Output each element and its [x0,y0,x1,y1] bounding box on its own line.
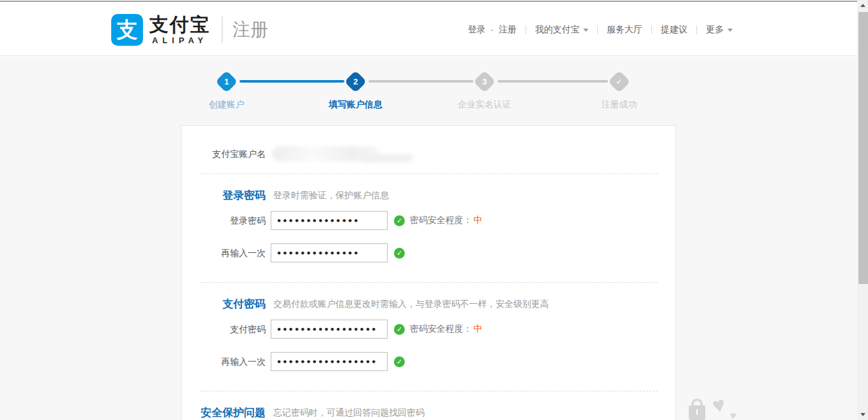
section-divider [200,391,658,391]
login-password-confirm-label: 再输入一次 [182,243,266,262]
brand-name: 支付宝 [149,15,210,34]
section-divider [200,173,658,174]
check-glyph: ✓ [397,358,402,366]
success-check-icon: ✓ [394,215,405,226]
login-password-section-title: 登录密码 [182,188,266,203]
nav-more-link[interactable]: 更多 [706,24,733,36]
arrow-up-icon [860,4,865,7]
nav-separator [696,25,697,34]
login-password-section-hint: 登录时需验证，保护账户信息 [273,190,389,201]
arrow-down-icon [860,413,865,416]
step-create-account: 1 创建账户 [176,72,278,111]
step-enterprise-verification: 3 企业实名认证 [434,72,536,111]
alipay-logo[interactable]: 支 支付宝 ALIPAY 注册 [111,12,268,48]
step-1-diamond: 1 [215,71,238,93]
pay-password-section-header: 支付密码 交易付款或账户信息更改时需输入，与登录密码不一样，安全级别更高 [182,297,675,311]
alipay-logo-glyph: 支 [117,16,138,44]
main-content: 1 创建账户 2 填写账户信息 3 企业实名认证 ✓ 注册成功 支付宝账户名 登… [0,57,857,420]
nav-register-link[interactable]: 注册 [499,24,517,36]
step-2-label: 填写账户信息 [305,99,407,111]
step-2-number: 2 [353,77,358,86]
page-title: 注册 [233,18,268,42]
password-strength-label: 密码安全程度： [410,323,472,335]
check-glyph: ✓ [397,325,402,334]
success-check-icon: ✓ [394,324,405,335]
pay-password-label: 支付密码 [182,320,266,339]
step-1-number: 1 [224,77,229,86]
logo-divider [222,17,222,43]
success-check-icon: ✓ [394,248,405,259]
nav-separator [526,25,526,34]
brand-subtitle: ALIPAY [149,36,210,45]
password-strength-value: 中 [473,215,482,226]
pay-password-confirm-label: 再输入一次 [182,352,266,371]
nav-login-link[interactable]: 登录 [468,24,485,36]
password-strength-label: 密码安全程度： [410,215,472,226]
password-strength-value: 中 [473,323,482,335]
pay-password-section-hint: 交易付款或账户信息更改时需输入，与登录密码不一样，安全级别更高 [273,299,549,310]
step-3-label: 企业实名认证 [434,99,536,111]
chevron-down-icon [728,29,733,32]
pay-password-row: 支付密码 ✓ 密码安全程度：中 [182,320,675,339]
scrollbar-up-button[interactable] [857,0,868,11]
account-name-redacted-tail [362,154,413,162]
step-4-label: 注册成功 [569,99,670,111]
step-registration-success: ✓ 注册成功 [569,72,670,111]
section-divider [200,282,658,283]
security-question-section-title: 安全保护问题 [182,405,266,420]
check-glyph: ✓ [397,249,402,257]
pay-password-section-title: 支付密码 [182,297,266,311]
pay-password-confirm-row: 再输入一次 ✓ [182,352,675,371]
nav-dash: - [491,25,494,35]
pay-password-confirm-input[interactable] [271,352,388,371]
step-1-label: 创建账户 [176,99,278,111]
login-password-confirm-input[interactable] [271,243,388,262]
lock-keyhole [696,409,698,415]
step-3-number: 3 [482,77,487,86]
nav-separator [597,25,598,34]
nav-my-alipay-label: 我的支付宝 [535,24,580,36]
login-password-label: 登录密码 [182,211,266,230]
login-password-row: 登录密码 ✓ 密码安全程度：中 [182,211,675,230]
pay-password-input[interactable] [271,320,388,339]
page-header: 支 支付宝 ALIPAY 注册 登录 - 注册 我的支付宝 服务大厅 提建议 更… [0,2,857,56]
scrollbar-thumb[interactable] [858,12,868,284]
registration-stepper: 1 创建账户 2 填写账户信息 3 企业实名认证 ✓ 注册成功 [181,72,677,114]
nav-my-alipay-link[interactable]: 我的支付宝 [535,24,588,36]
alipay-logo-icon: 支 [111,14,143,46]
success-check-icon: ✓ [394,356,405,367]
step-2-diamond: 2 [344,71,367,93]
check-icon: ✓ [616,77,623,86]
nav-more-label: 更多 [706,24,724,36]
security-question-section-header: 安全保护问题 忘记密码时，可通过回答问题找回密码 [182,405,675,420]
security-question-section-hint: 忘记密码时，可通过回答问题找回密码 [273,407,424,419]
vertical-scrollbar[interactable] [857,0,868,420]
nav-service-hall-link[interactable]: 服务大厅 [607,24,642,36]
login-password-input[interactable] [271,211,388,230]
account-name-label: 支付宝账户名 [182,144,266,163]
step-3-diamond: 3 [473,71,496,93]
login-password-confirm-row: 再输入一次 ✓ [182,243,675,262]
registration-form-card: 支付宝账户名 登录密码 登录时需验证，保护账户信息 登录密码 ✓ 密码安全程度：… [181,125,676,420]
brand-text: 支付宝 ALIPAY [149,15,210,45]
step-4-diamond: ✓ [608,71,630,93]
scrollbar-down-button[interactable] [857,409,868,420]
nav-separator [651,25,652,34]
nav-suggestions-link[interactable]: 提建议 [661,24,688,36]
top-nav: 登录 - 注册 我的支付宝 服务大厅 提建议 更多 [468,24,733,36]
chevron-down-icon [583,29,588,32]
login-password-section-header: 登录密码 登录时需验证，保护账户信息 [182,188,675,203]
step-fill-account-info: 2 填写账户信息 [305,72,407,111]
check-glyph: ✓ [397,217,402,225]
account-name-row: 支付宝账户名 [182,126,675,163]
